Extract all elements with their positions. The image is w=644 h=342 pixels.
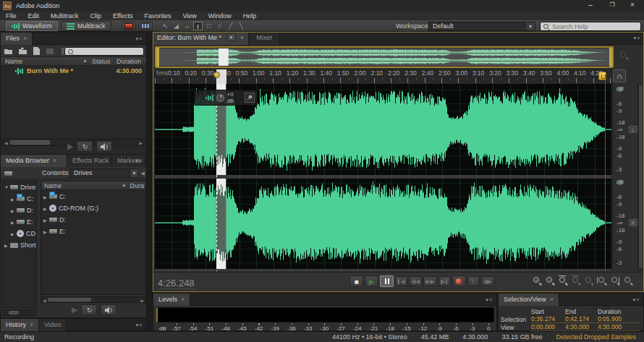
- tab-selection-view[interactable]: Selection/View×: [499, 294, 559, 306]
- panel-menu-icon[interactable]: ▾≡: [135, 158, 143, 164]
- skip-to-end-button[interactable]: ▶: [438, 276, 451, 286]
- tab-mixer[interactable]: Mixer: [249, 32, 280, 45]
- selection-start-value[interactable]: 0:36.274: [531, 315, 565, 323]
- workspace-select[interactable]: Default ▼: [428, 22, 535, 31]
- channel-badge-r[interactable]: R: [629, 219, 637, 226]
- panel-menu-icon[interactable]: ▾≡: [633, 35, 640, 41]
- expander-icon[interactable]: ▶: [11, 231, 17, 236]
- tree-item-drives[interactable]: ▼Drives: [3, 181, 36, 193]
- chevron-down-icon[interactable]: ▼: [227, 33, 236, 41]
- column-duration[interactable]: Dura: [130, 182, 144, 189]
- selection-end-value[interactable]: 0:42.174: [565, 315, 598, 323]
- files-search-input[interactable]: [77, 48, 135, 55]
- menu-multitrack[interactable]: Multitrack: [45, 12, 85, 20]
- selection-duration-value[interactable]: 0:05.900: [598, 315, 640, 323]
- menu-file[interactable]: File: [0, 12, 22, 20]
- expander-icon[interactable]: ▼: [4, 185, 10, 189]
- tab-files[interactable]: Files×: [1, 33, 33, 45]
- panel-menu-icon[interactable]: ▾≡: [135, 36, 143, 42]
- auto-play-button[interactable]: [101, 304, 116, 315]
- scroll-thumb[interactable]: [10, 140, 50, 145]
- move-tool[interactable]: ↖: [161, 22, 170, 30]
- scroll-left-icon[interactable]: ◀: [4, 140, 8, 146]
- open-file-icon[interactable]: [4, 47, 13, 55]
- play-icon[interactable]: ▶: [67, 142, 73, 151]
- paintbrush-selection-tool[interactable]: ╱: [226, 22, 235, 30]
- spot-healing-brush-tool[interactable]: ╲: [237, 22, 246, 30]
- volume-knob[interactable]: [216, 94, 224, 102]
- zoom-in-full-button[interactable]: [571, 276, 581, 286]
- hud-grip[interactable]: ⋮: [197, 95, 203, 101]
- spectral-display-button[interactable]: [122, 22, 136, 30]
- import-file-icon[interactable]: [18, 47, 27, 55]
- overview-waveform[interactable]: [158, 48, 611, 66]
- tab-editor[interactable]: Editor: Burn With Me * ▼ ×: [153, 32, 249, 45]
- tree-item-e[interactable]: ▶E:: [3, 216, 36, 228]
- loop-preview-button[interactable]: ↻: [81, 304, 97, 315]
- menu-window[interactable]: Window: [203, 12, 237, 20]
- media-list-header[interactable]: Name ▲ Dura: [41, 181, 145, 190]
- scroll-thumb[interactable]: [9, 311, 19, 315]
- close-icon[interactable]: ×: [181, 296, 185, 303]
- help-search-input[interactable]: [552, 22, 627, 30]
- skip-to-start-button[interactable]: ◀: [395, 276, 407, 286]
- amplitude-scale[interactable]: dB-3-6-9-18-∞-18-9-6-3LdB-3-6-9-18-∞-18-…: [612, 84, 637, 271]
- menu-favorites[interactable]: Favorites: [138, 12, 177, 20]
- list-item-d[interactable]: ▶D:: [41, 214, 145, 226]
- expander-icon[interactable]: ▶: [4, 243, 10, 248]
- menu-edit[interactable]: Edit: [22, 12, 46, 20]
- slip-tool[interactable]: ↔: [182, 22, 192, 30]
- playhead-handle[interactable]: [598, 72, 606, 80]
- zoom-navigator[interactable]: [155, 46, 614, 68]
- razor-tool[interactable]: ◢: [171, 22, 181, 30]
- record-button[interactable]: [452, 275, 466, 287]
- view-duration-value[interactable]: 4:30.000: [598, 323, 640, 331]
- scroll-thumb[interactable]: [48, 298, 91, 302]
- play-button[interactable]: ▶: [365, 275, 378, 287]
- loop-playback-button[interactable]: ↻: [467, 276, 480, 286]
- time-selection-tool[interactable]: I: [193, 22, 203, 30]
- tree-item-c[interactable]: ▶C:: [3, 193, 36, 205]
- pause-button[interactable]: [380, 275, 394, 287]
- multitrack-view-button[interactable]: Multitrack: [61, 21, 111, 31]
- scroll-left-icon[interactable]: ◀: [43, 298, 46, 304]
- tab-effects-rack[interactable]: Effects Rack: [67, 155, 112, 167]
- expander-icon[interactable]: ▶: [43, 218, 49, 223]
- list-item-cdromg[interactable]: ▶CD-ROM (G:): [41, 202, 145, 214]
- scroll-right-icon[interactable]: ▶: [140, 298, 144, 304]
- scroll-right-icon[interactable]: ▶: [139, 140, 143, 146]
- panel-menu-icon[interactable]: ▾≡: [135, 322, 143, 328]
- minimize-button[interactable]: –: [582, 1, 599, 10]
- maximize-button[interactable]: ❐: [603, 1, 621, 10]
- view-start-value[interactable]: 0:00.000: [531, 323, 565, 331]
- expander-icon[interactable]: ▶: [11, 220, 17, 225]
- stop-button[interactable]: ■: [349, 275, 363, 287]
- panel-menu-icon[interactable]: ▾≡: [632, 297, 640, 303]
- lasso-selection-tool[interactable]: ○: [215, 22, 224, 30]
- zoom-out-full-button[interactable]: [558, 276, 568, 286]
- fast-forward-button[interactable]: ▶▶: [423, 276, 436, 286]
- new-file-icon[interactable]: [33, 47, 41, 55]
- zoom-in-at-in-point-button[interactable]: [597, 276, 607, 286]
- menu-effects[interactable]: Effects: [107, 12, 138, 20]
- scroll-thumb[interactable]: [639, 85, 643, 268]
- close-icon[interactable]: ×: [550, 296, 554, 303]
- playback-cursor-handle[interactable]: [213, 72, 220, 78]
- auto-play-button[interactable]: [96, 141, 112, 152]
- zoom-out-button[interactable]: −: [545, 276, 555, 286]
- media-list-h-scrollbar[interactable]: ◀ ▶: [41, 296, 146, 303]
- expander-icon[interactable]: ▶: [43, 206, 49, 211]
- pane-splitter[interactable]: ∙∙∙∙: [37, 181, 40, 308]
- play-icon[interactable]: ▶: [72, 305, 77, 315]
- waveform-display[interactable]: [155, 84, 611, 271]
- zoom-in-button[interactable]: +: [532, 276, 542, 286]
- column-status[interactable]: Status: [92, 58, 111, 65]
- range-handle-left[interactable]: [156, 48, 159, 67]
- close-icon[interactable]: ×: [30, 321, 33, 328]
- tab-levels[interactable]: Levels×: [153, 294, 190, 306]
- zoom-reset-button[interactable]: [584, 276, 594, 286]
- close-button[interactable]: ×: [624, 1, 641, 10]
- rewind-button[interactable]: ◀◀: [409, 276, 422, 286]
- transport-time-display[interactable]: 4:26.248: [158, 278, 195, 289]
- panel-menu-icon[interactable]: ▾≡: [486, 297, 493, 303]
